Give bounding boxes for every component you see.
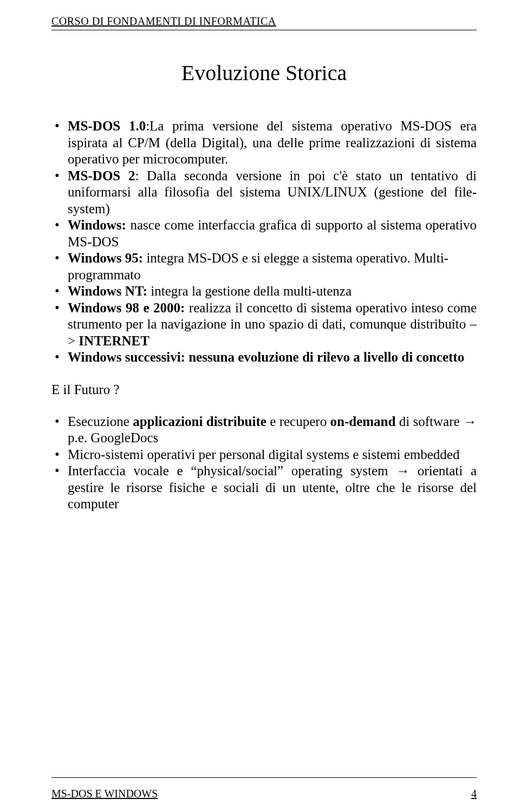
course-header: CORSO DI FONDAMENTI DI INFORMATICA	[51, 15, 477, 29]
footer-rule	[51, 777, 477, 778]
term: MS-DOS 1.0	[68, 119, 146, 133]
list-item: Windows: nasce come interfaccia grafica …	[51, 217, 477, 250]
list-item: MS-DOS 2: Dalla seconda versione in poi …	[51, 168, 477, 218]
header-rule	[51, 30, 477, 30]
text: Esecuzione	[68, 414, 133, 429]
term: Windows successivi: nessuna evoluzione d…	[68, 350, 464, 364]
list-item: Windows 98 e 2000: realizza il concetto …	[51, 300, 477, 350]
list-item: Windows NT: integra la gestione della mu…	[51, 283, 477, 300]
list-item: Esecuzione applicazioni distribuite e re…	[51, 414, 477, 447]
definition: integra la gestione della multi-utenza	[147, 284, 352, 298]
term: Windows 98 e 2000:	[68, 300, 185, 315]
term: Windows:	[68, 218, 126, 232]
subheading: E il Futuro ?	[51, 382, 477, 397]
page-title: Evoluzione Storica	[51, 60, 477, 86]
future-list: Esecuzione applicazioni distribuite e re…	[51, 414, 477, 513]
history-list: MS-DOS 1.0:La prima versione del sistema…	[51, 118, 477, 366]
term: INTERNET	[79, 333, 150, 348]
definition: nasce come interfaccia grafica di suppor…	[68, 218, 477, 249]
list-item: MS-DOS 1.0:La prima versione del sistema…	[51, 118, 477, 168]
term: Windows 95:	[68, 251, 143, 265]
list-item: Interfaccia vocale e “physical/social” o…	[51, 463, 477, 513]
term: Windows NT:	[68, 284, 147, 298]
list-item: Micro-sistemi operativi per personal dig…	[51, 447, 477, 463]
list-item: Windows successivi: nessuna evoluzione d…	[51, 349, 477, 366]
term: applicazioni distribuite	[133, 414, 266, 429]
page-number: 4	[471, 788, 477, 800]
text: Micro-sistemi operativi per personal dig…	[68, 447, 459, 462]
text: e recupero	[266, 414, 330, 429]
text: Interfaccia vocale e “physical/social” o…	[68, 463, 477, 511]
term: on-demand	[330, 414, 396, 429]
list-item: Windows 95: integra MS-DOS e si elegge a…	[51, 250, 477, 283]
footer-title: MS-DOS E WINDOWS	[51, 788, 158, 800]
term: MS-DOS 2	[68, 168, 135, 183]
